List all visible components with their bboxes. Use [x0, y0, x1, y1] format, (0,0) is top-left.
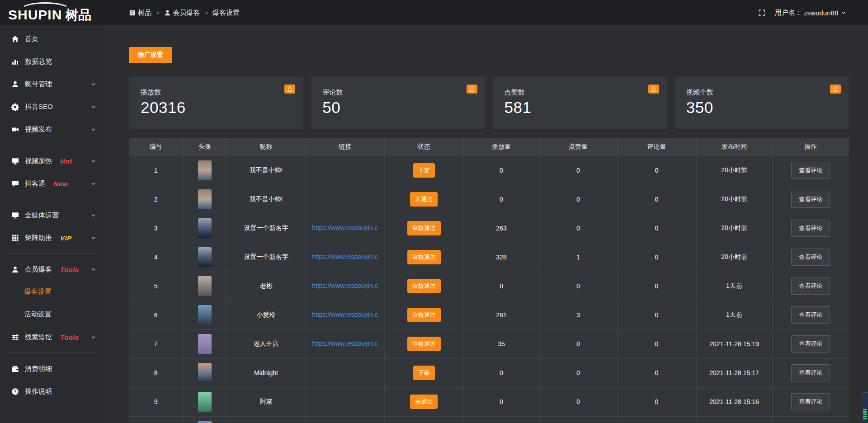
chevron-down-icon: [91, 335, 96, 340]
cell-time: 20小时前: [696, 185, 772, 214]
sidebar-subitem-baoke-settings[interactable]: 爆客设置: [0, 284, 104, 299]
monitor-icon: [11, 212, 19, 219]
cell-link: [306, 416, 384, 423]
column-header: 编号: [129, 138, 183, 156]
sidebar-subitem-activity-settings[interactable]: 活动设置: [0, 306, 104, 322]
main-content: 推广设置 播放数20316总评论数50总点赞数581总视频个数350总 编号头像…: [104, 25, 868, 423]
breadcrumb-item-home[interactable]: 树品: [129, 9, 151, 17]
stat-card-comments: 评论数50总: [311, 77, 485, 129]
column-header: 发布时间: [696, 138, 772, 156]
video-link[interactable]: https://www.iesdouyin.c: [312, 340, 378, 347]
cell-no: 7: [129, 329, 183, 358]
cell-plays: 0: [463, 156, 539, 185]
breadcrumb-item-member[interactable]: 会员爆客: [164, 9, 200, 17]
column-header: 点赞量: [539, 138, 617, 156]
cell-plays: 0: [463, 272, 539, 301]
cell-status: 下架: [384, 358, 463, 387]
status-button[interactable]: 审核通过: [407, 308, 441, 322]
video-link[interactable]: https://www.iesdouyin.c: [312, 282, 378, 289]
cell-no: 9: [129, 387, 183, 416]
total-badge: 总: [648, 85, 659, 94]
cell-link: [306, 358, 384, 387]
view-comments-button[interactable]: 查看评论: [791, 191, 830, 208]
status-button[interactable]: 未通过: [410, 192, 438, 207]
chevron-down-icon: [91, 82, 96, 87]
cell-action: 查看评论: [772, 387, 849, 416]
column-header: 播放量: [463, 138, 539, 156]
sidebar-item-video-heating[interactable]: 视频加热Hot: [0, 153, 104, 169]
cell-status: 审核通过: [384, 329, 463, 358]
video-link[interactable]: https://www.iesdouyin.c: [312, 311, 378, 318]
promo-settings-button[interactable]: 推广设置: [129, 47, 172, 63]
status-button[interactable]: 审核通过: [407, 337, 441, 351]
sidebar-item-matrix-boost[interactable]: 矩阵助推VIP: [0, 230, 104, 246]
service-widget[interactable]: [861, 392, 868, 421]
stat-card-plays: 播放数20316总: [129, 77, 303, 129]
view-comments-button[interactable]: 查看评论: [791, 306, 830, 324]
cell-action: 查看评论: [772, 329, 849, 358]
sidebar-item-operation-guide[interactable]: ?操作说明: [0, 383, 104, 400]
table-row: 2我不是小帅!未通过00020小时前查看评论: [129, 185, 849, 214]
cell-likes: 0: [539, 329, 617, 358]
sidebar-item-account-management[interactable]: 账号管理: [0, 76, 104, 92]
cell-plays: 0: [463, 387, 539, 416]
gear-icon: [11, 103, 19, 111]
total-badge: 总: [830, 85, 841, 94]
cell-no: 3: [129, 214, 183, 243]
status-button[interactable]: 审核通过: [407, 221, 441, 235]
sidebar-item-douyin-seo[interactable]: 抖音SEO: [0, 99, 104, 115]
column-header: 链接: [306, 138, 384, 156]
sidebar-item-member-baoke[interactable]: 会员爆客Tools: [0, 261, 104, 277]
cell-nickname: 设置一个新名字: [226, 214, 306, 243]
cell-plays: 0: [463, 358, 539, 387]
cell-no: 1: [129, 156, 183, 185]
cell-status: 审核通过: [384, 301, 463, 329]
view-comments-button[interactable]: 查看评论: [791, 220, 830, 237]
wallet-icon: [11, 365, 19, 373]
view-comments-button[interactable]: 查看评论: [791, 277, 830, 295]
cell-plays: 35: [463, 329, 539, 358]
user-menu[interactable]: 用户名：zswodun88: [775, 9, 846, 17]
sidebar-item-clue-monitor[interactable]: 线索监控Tools: [0, 329, 104, 345]
status-button[interactable]: 下架: [413, 163, 435, 178]
view-comments-button[interactable]: 查看评论: [791, 249, 830, 266]
video-icon: [11, 126, 19, 133]
cell-no: 6: [129, 301, 183, 329]
sidebar-item-video-publish[interactable]: 视频发布: [0, 121, 104, 137]
video-link[interactable]: https://www.iesdouyin.c: [312, 253, 378, 260]
cell-no: 8: [129, 358, 183, 387]
table-row: 7老人开店https://www.iesdouyin.c审核通过35002021…: [129, 329, 849, 358]
sidebar-item-label: 数据总览: [25, 57, 52, 66]
svg-text:?: ?: [14, 389, 16, 394]
view-comments-button[interactable]: 查看评论: [791, 393, 830, 410]
sidebar-item-omni-media[interactable]: 全媒体运营: [0, 207, 104, 223]
logo[interactable]: SHUPIN树品: [8, 0, 104, 25]
chevron-down-icon: [841, 10, 846, 15]
status-button[interactable]: 下架: [413, 366, 435, 380]
sidebar-item-home[interactable]: 首页: [0, 31, 104, 47]
view-comments-button[interactable]: 查看评论: [791, 162, 830, 179]
fullscreen-icon[interactable]: [758, 9, 766, 17]
table-row: [129, 416, 849, 423]
topbar: SHUPIN树品 树品 > 会员爆客 > 爆客设置 用户名：zswodun88: [0, 0, 868, 25]
sidebar-item-consumption-detail[interactable]: 消费明细: [0, 361, 104, 377]
grid-icon: [11, 234, 19, 242]
cell-avatar: [183, 243, 226, 272]
sidebar-item-douketong[interactable]: 抖客通New: [0, 175, 104, 192]
cell-likes: 0: [539, 185, 617, 214]
cell-comments: 0: [617, 358, 696, 387]
cell-no: 5: [129, 272, 183, 301]
video-link[interactable]: https://www.iesdouyin.c: [312, 224, 378, 231]
view-comments-button[interactable]: 查看评论: [791, 364, 830, 381]
cell-likes: 0: [539, 272, 617, 301]
status-button[interactable]: 审核通过: [407, 279, 441, 293]
sidebar-item-label: 视频加热: [25, 157, 52, 165]
view-comments-button[interactable]: 查看评论: [791, 335, 830, 352]
dashboard-icon: [129, 9, 136, 16]
status-button[interactable]: 审核通过: [407, 250, 441, 264]
sidebar-item-data-overview[interactable]: 数据总览: [0, 53, 104, 70]
table-row: 3设置一个新名字https://www.iesdouyin.c审核通过26300…: [129, 214, 849, 243]
sliders-icon: [11, 334, 19, 341]
cell-nickname: 老人开店: [226, 329, 306, 358]
status-button[interactable]: 未通过: [410, 395, 438, 409]
